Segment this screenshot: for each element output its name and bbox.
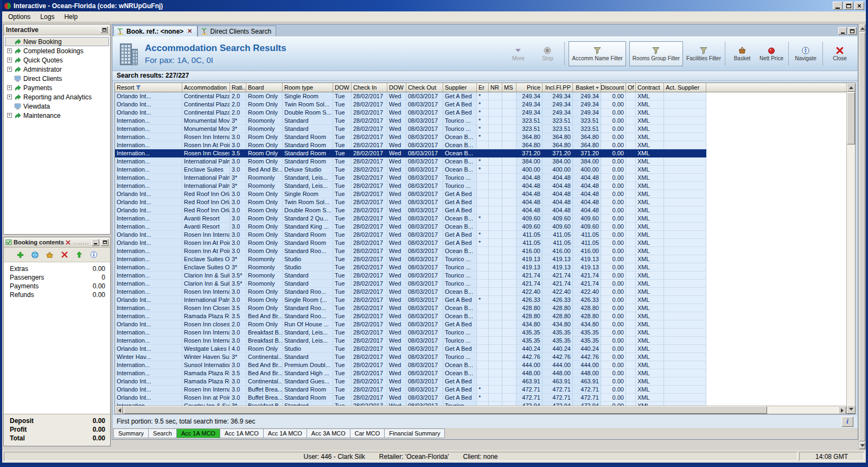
list-item-payments[interactable]: Payments0.00 xyxy=(4,282,110,291)
column-header-dow[interactable]: DOW xyxy=(387,83,406,92)
column-header-price[interactable]: Price xyxy=(516,83,542,92)
bottom-tab-summary[interactable]: Summary xyxy=(113,428,149,438)
table-row[interactable]: Internation...Rosen Inn Internatio...3.0… xyxy=(115,288,706,296)
bottom-tab-acc-3a-mco[interactable]: Acc 3A MCO xyxy=(307,428,350,438)
sidebar-item-viewdata[interactable]: Viewdata xyxy=(5,102,109,111)
facilities-filter-button[interactable]: Facilities Filter xyxy=(686,41,721,66)
bottom-tab-financial-summary[interactable]: Financial Summary xyxy=(384,428,445,438)
table-row[interactable]: Orlando Int...Red Roof Inn Orland...3.0R… xyxy=(115,190,706,198)
column-header-check-in[interactable]: Check In xyxy=(352,83,387,92)
expand-icon[interactable]: + xyxy=(7,48,12,53)
booking-contents-close-icon[interactable] xyxy=(66,240,71,245)
table-row[interactable]: Orlando Int...Rosen Inn At Pointe ...3.0… xyxy=(115,239,706,247)
sidebar-item-quick-quotes[interactable]: +Quick Quotes xyxy=(5,55,109,65)
table-row[interactable]: Internation...Rosen Inn At Pointe ...3.0… xyxy=(115,247,706,255)
column-header-er[interactable]: Er xyxy=(477,83,489,92)
table-row[interactable]: Orlando Int...Ramada Plaza Resort...3.0C… xyxy=(115,377,706,386)
maximize-button[interactable] xyxy=(844,2,853,10)
scroll-left-button[interactable] xyxy=(115,406,123,414)
rooms-group-filter-button[interactable]: Rooms Group Filter xyxy=(629,41,683,66)
table-row[interactable]: Internation...International Palms R...3*… xyxy=(115,182,706,190)
column-header-rati[interactable]: Rati... xyxy=(230,83,246,92)
table-row[interactable]: Internation...International Palms R...3*… xyxy=(115,174,706,182)
table-row[interactable]: Internation...Ramada Plaza Resort...3.5B… xyxy=(115,312,706,320)
column-header-resort[interactable]: Resort xyxy=(115,83,182,92)
panel-restore-button[interactable] xyxy=(101,239,108,246)
panel-collapse-button[interactable] xyxy=(100,26,108,33)
table-row[interactable]: Orlando Int...Rosen Inn Internatio...3.0… xyxy=(115,386,706,394)
table-row[interactable]: Winter Hav...Winter Haven Suites3*Contin… xyxy=(115,353,706,361)
column-header-dow[interactable]: DOW xyxy=(333,83,352,92)
bottom-tab-acc-1a-mco[interactable]: Acc 1A MCO xyxy=(176,428,220,438)
bottom-tab-car-mco[interactable]: Car MCO xyxy=(350,428,385,438)
table-row[interactable]: Orlando Int...Continental Plaza2.0Room O… xyxy=(115,92,706,100)
delete-button[interactable] xyxy=(59,250,69,260)
column-header-contract[interactable]: Contract xyxy=(636,83,664,92)
table-row[interactable]: Internation...Monumental Moviela...3*Roo… xyxy=(115,117,706,125)
menu-item-help[interactable]: Help xyxy=(59,12,82,22)
table-row[interactable]: Orlando Int...Continental Plaza2.0Room O… xyxy=(115,100,706,109)
window-scroll-down-button[interactable] xyxy=(859,442,865,449)
column-header-act-supplier[interactable]: Act. Supplier xyxy=(664,83,706,92)
panel-minimize-button[interactable] xyxy=(92,239,99,246)
column-header-of[interactable]: Of xyxy=(626,83,636,92)
move-up-button[interactable] xyxy=(74,250,84,260)
list-item-refunds[interactable]: Refunds0.00 xyxy=(4,291,110,299)
horizontal-scrollbar[interactable] xyxy=(115,406,846,414)
table-row[interactable]: Internation...Sunsol International3.0Bed… xyxy=(115,361,706,369)
sidebar-item-reporting-and-analytics[interactable]: +Reporting and Analytics xyxy=(5,92,109,102)
table-row[interactable]: Internation...Enclave Suites Orlando3*Ro… xyxy=(115,255,706,263)
tab-close-icon[interactable]: ✕ xyxy=(187,28,192,35)
column-header-supplier[interactable]: Supplier xyxy=(443,83,477,92)
window-scroll-thumb[interactable] xyxy=(859,32,865,441)
list-item-extras[interactable]: Extras0.00 xyxy=(4,264,110,273)
table-row[interactable]: Internation...Rosen Inn Closest to ...3.… xyxy=(115,304,706,312)
accomm-name-filter-button[interactable]: Accomm Name Filter xyxy=(569,41,626,66)
bottom-tab-acc-1a-mco[interactable]: Acc 1A MCO xyxy=(263,428,307,438)
column-header-room-type[interactable]: Room type xyxy=(283,83,333,92)
menu-item-options[interactable]: Options xyxy=(3,12,35,22)
table-row[interactable]: Internation...Rosen Inn International3.0… xyxy=(115,329,706,337)
info-button[interactable]: i xyxy=(841,416,853,427)
sidebar-item-payments[interactable]: +Payments xyxy=(5,83,109,92)
table-row[interactable]: Internation...Monumental Moviela...3*Roo… xyxy=(115,125,706,133)
table-row[interactable]: Orlando Int...Rosen Inn Internatio...3.0… xyxy=(115,231,706,239)
column-header-board[interactable]: Board xyxy=(246,83,283,92)
table-row[interactable]: Internation...International Palms R...3.… xyxy=(115,157,706,166)
table-row[interactable]: Internation...Ramada Plaza Resort...3.5B… xyxy=(115,369,706,377)
table-row[interactable]: Internation...Avanti Resort3.0Room OnlyS… xyxy=(115,223,706,231)
column-header-accommodation[interactable]: Accommodation xyxy=(182,83,230,92)
tab-direct-clients-search[interactable]: Direct Clients Search xyxy=(197,26,277,36)
sidebar-item-new-booking[interactable]: New Booking xyxy=(5,37,109,46)
scroll-down-button[interactable] xyxy=(847,405,856,414)
navigate-button[interactable]: Navigate xyxy=(793,41,819,66)
column-header-nr[interactable]: NR xyxy=(489,83,502,92)
expand-icon[interactable]: + xyxy=(7,113,12,118)
column-header-check-out[interactable]: Check Out xyxy=(406,83,443,92)
tab-book-ref-none[interactable]: Book. ref.: <none>✕ xyxy=(113,26,197,36)
column-header-ms[interactable]: MS xyxy=(502,83,516,92)
window-vertical-scrollbar[interactable] xyxy=(859,24,866,450)
table-row[interactable]: Orlando Int...Rosen Inn closest to ...2.… xyxy=(115,320,706,329)
table-row[interactable]: Orlando Int...Red Roof Inn Orland...3.0R… xyxy=(115,198,706,206)
info-button[interactable] xyxy=(88,250,99,260)
table-row[interactable]: Internation...Avanti Resort3.0Room OnlyS… xyxy=(115,214,706,223)
mdi-minimize-button[interactable] xyxy=(838,27,847,35)
expand-icon[interactable]: + xyxy=(7,85,12,90)
table-row[interactable]: Orlando Int...Rosen Inn at Pointe ...3.0… xyxy=(115,394,706,402)
column-header-basket[interactable]: Basket xyxy=(573,83,601,92)
table-row[interactable]: Internation...Country Inn & Suites...3*B… xyxy=(115,402,706,406)
add-button[interactable] xyxy=(15,250,25,260)
window-scroll-up-button[interactable] xyxy=(859,24,865,31)
table-row[interactable]: Orlando Int...Westgate Lakes Res...4.0Ro… xyxy=(115,345,706,353)
table-row[interactable]: Internation...Clarion Inn & Suite U...3.… xyxy=(115,280,706,288)
basket-add-button[interactable] xyxy=(44,250,55,260)
list-item-passengers[interactable]: Passengers0 xyxy=(4,273,110,282)
table-row[interactable]: Internation...Rosen Inn At Pointe ...3.0… xyxy=(115,141,706,149)
table-vertical-scrollbar[interactable] xyxy=(846,83,855,414)
column-header-incl-fl-pp[interactable]: Incl.Fl.PP xyxy=(542,83,573,92)
expand-icon[interactable]: + xyxy=(7,94,12,99)
menu-item-logs[interactable]: Logs xyxy=(35,12,59,22)
horizontal-scroll-thumb[interactable] xyxy=(124,406,767,414)
column-header-discount[interactable]: Discount xyxy=(601,83,626,92)
